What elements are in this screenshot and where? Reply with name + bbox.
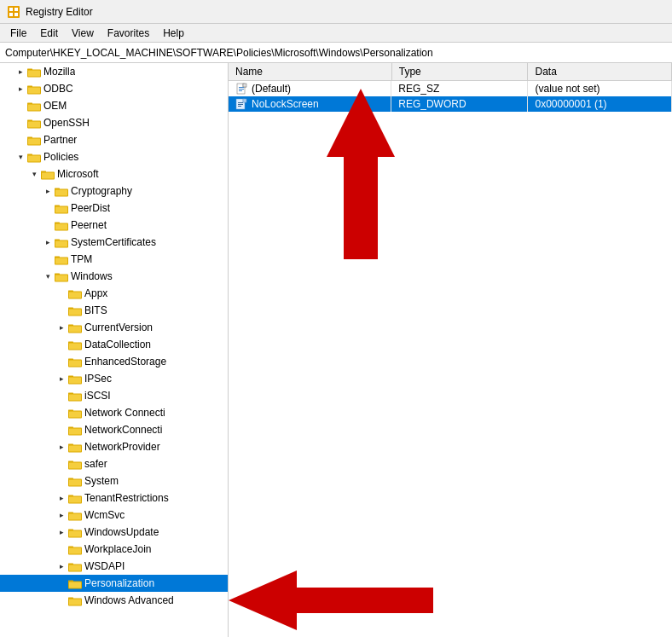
menu-favorites[interactable]: Favorites bbox=[101, 26, 156, 41]
folder-icon bbox=[27, 83, 41, 95]
tree-node-wcmsvc[interactable]: ▸ WcmSvc bbox=[0, 507, 228, 524]
svg-rect-104 bbox=[239, 87, 244, 88]
svg-rect-111 bbox=[238, 104, 243, 105]
tree-node-currentversion[interactable]: ▸ CurrentVersion bbox=[0, 319, 228, 336]
tree-node-peerdist[interactable]: ▸ PeerDist bbox=[0, 200, 228, 217]
menu-bar: File Edit View Favorites Help bbox=[0, 24, 672, 43]
menu-view[interactable]: View bbox=[65, 26, 101, 41]
folder-icon bbox=[55, 219, 68, 231]
svg-rect-110 bbox=[238, 102, 243, 103]
tree-node-tenantrestrictions[interactable]: ▸ TenantRestrictions bbox=[0, 489, 228, 507]
tree-node-systemcertificates[interactable]: ▸ SystemCertificates bbox=[0, 234, 228, 251]
tree-node-windowsadvanced[interactable]: ▸ Windows Advanced bbox=[0, 592, 228, 609]
expand-arrow[interactable]: ▾ bbox=[41, 269, 55, 283]
svg-marker-113 bbox=[327, 89, 395, 259]
expand-arrow[interactable]: ▸ bbox=[55, 525, 68, 539]
svg-rect-13 bbox=[28, 105, 40, 111]
tree-node-openssh[interactable]: ▸ OpenSSH bbox=[0, 114, 228, 131]
registry-tree[interactable]: ▸ Mozilla▸ ODBC▸ OEM▸ OpenSSH▸ Partner▾ … bbox=[0, 63, 229, 637]
cell-data: (value not set) bbox=[528, 81, 672, 97]
tree-node-networkprovider[interactable]: ▸ NetworkProvider bbox=[0, 438, 228, 455]
folder-icon bbox=[68, 339, 82, 350]
tree-node-oem[interactable]: ▸ OEM bbox=[0, 97, 228, 114]
expand-arrow[interactable]: ▸ bbox=[55, 440, 68, 454]
folder-icon bbox=[27, 134, 41, 146]
tree-node-label: WSDAPI bbox=[84, 560, 125, 572]
expand-arrow[interactable]: ▾ bbox=[14, 150, 27, 164]
tree-node-networkconn1[interactable]: ▸ Network Connecti bbox=[0, 404, 228, 421]
tree-node-label: WindowsUpdate bbox=[84, 526, 159, 538]
tree-node-label: EnhancedStorage bbox=[84, 356, 166, 368]
tree-node-label: WorkplaceJoin bbox=[84, 543, 151, 555]
tree-node-label: PeerDist bbox=[71, 202, 110, 214]
folder-icon bbox=[68, 441, 82, 453]
menu-edit[interactable]: Edit bbox=[33, 26, 65, 41]
svg-rect-2 bbox=[14, 8, 18, 11]
tree-node-ipsec[interactable]: ▸ IPSec bbox=[0, 370, 228, 387]
tree-node-cryptography[interactable]: ▸ Cryptography bbox=[0, 182, 228, 200]
folder-icon bbox=[55, 202, 68, 214]
tree-node-tpm[interactable]: ▸ TPM bbox=[0, 251, 228, 268]
svg-rect-103 bbox=[243, 84, 246, 87]
address-bar: Computer\HKEY_LOCAL_MACHINE\SOFTWARE\Pol… bbox=[0, 43, 672, 63]
tree-node-microsoft[interactable]: ▾ Microsoft bbox=[0, 165, 228, 182]
expand-arrow[interactable]: ▸ bbox=[41, 235, 55, 249]
tree-node-label: System bbox=[84, 475, 119, 487]
menu-file[interactable]: File bbox=[3, 26, 33, 41]
col-data: Data bbox=[528, 63, 672, 81]
cell-data: 0x00000001 (1) bbox=[528, 96, 672, 112]
table-row[interactable]: NoLockScreenREG_DWORD0x00000001 (1) bbox=[229, 96, 672, 112]
folder-icon bbox=[55, 236, 68, 248]
tree-node-policies[interactable]: ▾ Policies bbox=[0, 148, 228, 165]
folder-icon bbox=[68, 492, 82, 504]
tree-node-appx[interactable]: ▸ Appx bbox=[0, 285, 228, 302]
expand-arrow[interactable]: ▸ bbox=[55, 321, 68, 334]
expand-arrow[interactable]: ▸ bbox=[41, 184, 55, 198]
tree-node-workplacejoin[interactable]: ▸ WorkplaceJoin bbox=[0, 541, 228, 558]
tree-node-peernet[interactable]: ▸ Peernet bbox=[0, 217, 228, 234]
folder-icon bbox=[55, 270, 68, 282]
expand-arrow[interactable]: ▸ bbox=[55, 491, 68, 505]
expand-arrow[interactable]: ▸ bbox=[14, 65, 27, 78]
tree-node-personalization[interactable]: ▸ Personalization bbox=[0, 575, 228, 592]
menu-help[interactable]: Help bbox=[156, 26, 191, 41]
tree-node-windows[interactable]: ▾ Windows bbox=[0, 268, 228, 285]
svg-rect-67 bbox=[69, 412, 81, 418]
folder-icon bbox=[41, 168, 55, 180]
tree-node-iscsi[interactable]: ▸ iSCSI bbox=[0, 387, 228, 404]
folder-icon bbox=[55, 253, 68, 265]
table-row[interactable]: (Default)REG_SZ(value not set) bbox=[229, 81, 672, 97]
tree-node-safer[interactable]: ▸ safer bbox=[0, 455, 228, 472]
folder-icon bbox=[68, 321, 82, 333]
tree-node-datacollection[interactable]: ▸ DataCollection bbox=[0, 336, 228, 353]
folder-icon bbox=[68, 287, 82, 299]
tree-node-label: WcmSvc bbox=[84, 509, 125, 521]
tree-node-windowsupdate[interactable]: ▸ WindowsUpdate bbox=[0, 524, 228, 541]
svg-rect-40 bbox=[55, 258, 67, 264]
tree-node-partner[interactable]: ▸ Partner bbox=[0, 131, 228, 148]
svg-rect-82 bbox=[69, 497, 81, 503]
cell-type: REG_DWORD bbox=[391, 96, 528, 112]
expand-arrow[interactable]: ▾ bbox=[27, 167, 41, 181]
tree-node-mozilla[interactable]: ▸ Mozilla bbox=[0, 63, 228, 80]
tree-node-bits[interactable]: ▸ BITS bbox=[0, 302, 228, 319]
tree-node-odbc[interactable]: ▸ ODBC bbox=[0, 80, 228, 97]
expand-arrow[interactable]: ▸ bbox=[14, 82, 27, 96]
table-body: (Default)REG_SZ(value not set) NoLockScr… bbox=[229, 81, 672, 113]
svg-rect-49 bbox=[69, 310, 81, 316]
svg-rect-10 bbox=[28, 88, 40, 94]
tree-node-label: NetworkProvider bbox=[84, 441, 160, 453]
svg-rect-109 bbox=[243, 99, 246, 102]
expand-arrow[interactable]: ▸ bbox=[55, 372, 68, 385]
expand-arrow[interactable]: ▸ bbox=[55, 559, 68, 573]
svg-rect-16 bbox=[28, 122, 40, 128]
folder-icon bbox=[68, 594, 82, 606]
tree-node-wsdapi[interactable]: ▸ WSDAPI bbox=[0, 558, 228, 575]
tree-node-enhancedstorage[interactable]: ▸ EnhancedStorage bbox=[0, 353, 228, 370]
tree-node-system[interactable]: ▸ System bbox=[0, 472, 228, 489]
folder-icon bbox=[27, 100, 41, 112]
svg-rect-73 bbox=[69, 446, 81, 452]
expand-arrow[interactable]: ▸ bbox=[55, 508, 68, 522]
svg-rect-19 bbox=[28, 139, 40, 145]
tree-node-networkconn2[interactable]: ▸ NetworkConnecti bbox=[0, 421, 228, 438]
